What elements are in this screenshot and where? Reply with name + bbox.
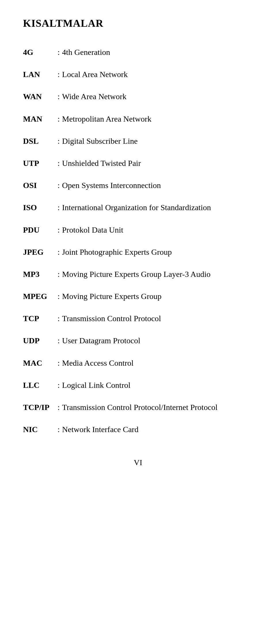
abbr-separator: : <box>57 91 60 102</box>
page-title: KISALTMALAR <box>23 17 253 29</box>
abbr-separator: : <box>57 269 60 280</box>
abbr-separator: : <box>57 202 60 213</box>
abbr-value: Joint Photographic Experts Group <box>62 246 172 258</box>
abbr-key: WAN <box>23 91 57 102</box>
abbr-value: 4th Generation <box>62 47 110 58</box>
abbr-key: MAC <box>23 357 57 369</box>
abbr-key: MP3 <box>23 269 57 280</box>
abbr-key: NIC <box>23 424 57 435</box>
abbr-separator: : <box>57 357 60 369</box>
abbr-key: MPEG <box>23 291 57 302</box>
list-item: MAC : Media Access Control <box>23 357 253 369</box>
abbr-key: LAN <box>23 69 57 80</box>
list-item: MPEG : Moving Picture Experts Group <box>23 291 253 302</box>
list-item: UTP : Unshielded Twisted Pair <box>23 158 253 169</box>
abbr-value: Logical Link Control <box>62 379 131 391</box>
list-item: NIC : Network Interface Card <box>23 424 253 435</box>
abbreviation-list: 4G: 4th GenerationLAN : Local Area Netwo… <box>23 47 253 435</box>
abbr-value: Transmission Control Protocol <box>62 313 161 324</box>
page-footer: VI <box>23 458 253 467</box>
list-item: LLC : Logical Link Control <box>23 379 253 391</box>
abbr-value: Protokol Data Unit <box>62 224 123 235</box>
abbr-key: ISO <box>23 202 57 213</box>
list-item: UDP : User Datagram Protocol <box>23 335 253 346</box>
abbr-value: Moving Picture Experts Group Layer-3 Aud… <box>62 269 211 280</box>
abbr-value: Transmission Control Protocol/Internet P… <box>62 402 218 413</box>
list-item: DSL : Digital Subscriber Line <box>23 135 253 147</box>
abbr-key: TCP/IP <box>23 402 57 413</box>
abbr-key: OSI <box>23 180 57 191</box>
list-item: TCP : Transmission Control Protocol <box>23 313 253 324</box>
abbr-value: Digital Subscriber Line <box>62 135 138 147</box>
list-item: MAN : Metropolitan Area Network <box>23 113 253 124</box>
abbr-value: Moving Picture Experts Group <box>62 291 162 302</box>
abbr-key: 4G <box>23 47 57 58</box>
abbr-value: User Datagram Protocol <box>62 335 140 346</box>
abbr-separator: : <box>57 180 60 191</box>
abbr-separator: : <box>57 246 60 258</box>
abbr-value: Metropolitan Area Network <box>62 113 152 124</box>
abbr-separator: : <box>57 402 60 413</box>
abbr-separator: : <box>57 291 60 302</box>
abbr-value: International Organization for Standardi… <box>62 202 211 213</box>
list-item: JPEG : Joint Photographic Experts Group <box>23 246 253 258</box>
abbr-separator: : <box>57 313 60 324</box>
abbr-separator: : <box>57 158 60 169</box>
list-item: ISO : International Organization for Sta… <box>23 202 253 213</box>
abbr-key: PDU <box>23 224 57 235</box>
list-item: PDU : Protokol Data Unit <box>23 224 253 235</box>
abbr-separator: : <box>57 224 60 235</box>
abbr-value: Media Access Control <box>62 357 134 369</box>
list-item: LAN : Local Area Network <box>23 69 253 80</box>
abbr-value: Local Area Network <box>62 69 128 80</box>
abbr-separator: : <box>57 113 60 124</box>
abbr-separator: : <box>57 424 60 435</box>
abbr-separator: : <box>57 47 60 58</box>
abbr-value: Network Interface Card <box>62 424 139 435</box>
abbr-separator: : <box>57 135 60 147</box>
abbr-key: JPEG <box>23 246 57 258</box>
abbr-key: LLC <box>23 379 57 391</box>
list-item: WAN : Wide Area Network <box>23 91 253 102</box>
abbr-key: UDP <box>23 335 57 346</box>
abbr-separator: : <box>57 335 60 346</box>
abbr-key: MAN <box>23 113 57 124</box>
abbr-value: Wide Area Network <box>62 91 126 102</box>
abbr-value: Open Systems Interconnection <box>62 180 161 191</box>
list-item: MP3 : Moving Picture Experts Group Layer… <box>23 269 253 280</box>
abbr-key: UTP <box>23 158 57 169</box>
abbr-separator: : <box>57 69 60 80</box>
list-item: TCP/IP : Transmission Control Protocol/I… <box>23 402 253 413</box>
list-item: 4G: 4th Generation <box>23 47 253 58</box>
abbr-key: DSL <box>23 135 57 147</box>
abbr-key: TCP <box>23 313 57 324</box>
abbr-value: Unshielded Twisted Pair <box>62 158 141 169</box>
list-item: OSI : Open Systems Interconnection <box>23 180 253 191</box>
abbr-separator: : <box>57 379 60 391</box>
